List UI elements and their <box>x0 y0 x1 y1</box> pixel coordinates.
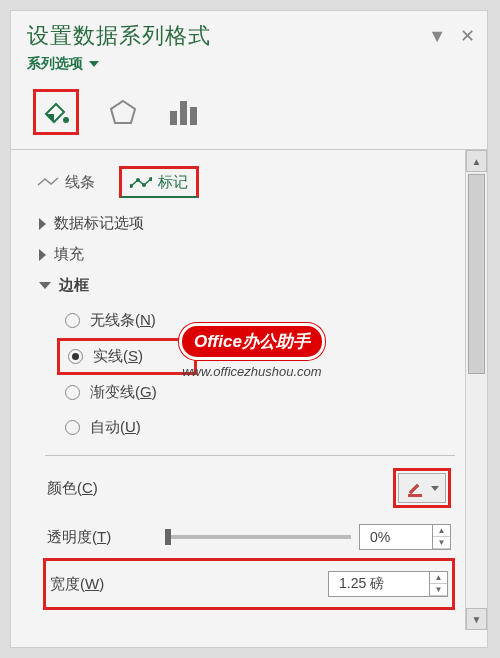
border-option-none-label: 无线条(N) <box>90 311 156 330</box>
vertical-scrollbar[interactable]: ▲ ▼ <box>465 150 487 630</box>
width-value[interactable]: 1.25 磅 <box>329 572 429 596</box>
color-label: 颜色(C) <box>47 479 157 498</box>
watermark-badge: Office办公助手 <box>179 323 325 360</box>
svg-rect-2 <box>170 111 177 125</box>
scroll-up-icon[interactable]: ▲ <box>466 150 487 172</box>
subtab-line-label: 线条 <box>65 173 95 192</box>
width-spinner[interactable]: 1.25 磅 ▲▼ <box>328 571 448 597</box>
scroll-thumb[interactable] <box>468 174 485 374</box>
paint-bucket-icon <box>40 96 72 128</box>
transparency-label: 透明度(T) <box>47 528 157 547</box>
section-fill-label: 填充 <box>54 245 84 264</box>
watermark: Office办公助手 www.officezhushou.com <box>179 323 325 379</box>
radio-icon <box>65 313 80 328</box>
spin-down-icon[interactable]: ▼ <box>433 537 450 549</box>
caret-down-icon <box>89 61 99 67</box>
series-options-tab[interactable] <box>167 97 199 127</box>
svg-marker-1 <box>111 101 135 123</box>
section-marker-options[interactable]: 数据标记选项 <box>27 208 479 239</box>
svg-point-7 <box>142 183 146 187</box>
watermark-url: www.officezhushou.com <box>182 364 321 379</box>
expand-icon <box>39 249 46 261</box>
transparency-row: 透明度(T) 0% ▲▼ <box>47 516 451 558</box>
border-option-solid[interactable]: 实线(S) <box>57 338 197 375</box>
spin-up-icon[interactable]: ▲ <box>433 525 450 537</box>
scroll-down-icon[interactable]: ▼ <box>466 608 487 630</box>
dropdown-arrow-icon <box>431 486 439 491</box>
svg-point-6 <box>136 178 140 182</box>
section-marker-options-label: 数据标记选项 <box>54 214 144 233</box>
spin-down-icon[interactable]: ▼ <box>430 584 447 596</box>
pane-menu-caret-icon[interactable]: ▼ <box>428 26 446 47</box>
spin-up-icon[interactable]: ▲ <box>430 572 447 584</box>
series-options-dropdown[interactable]: 系列选项 <box>11 55 487 83</box>
border-option-solid-label: 实线(S) <box>93 347 143 366</box>
border-option-gradient-label: 渐变线(G) <box>90 383 157 402</box>
line-marker-subtabs: 线条 标记 <box>27 162 479 208</box>
color-row: 颜色(C) <box>47 460 451 516</box>
width-row: 宽度(W) 1.25 磅 ▲▼ <box>50 563 448 605</box>
expand-icon <box>39 218 46 230</box>
section-fill[interactable]: 填充 <box>27 239 479 270</box>
fill-line-tab[interactable] <box>33 89 79 135</box>
section-border-label: 边框 <box>59 276 89 295</box>
transparency-spinner[interactable]: 0% ▲▼ <box>359 524 451 550</box>
pane-close-icon[interactable]: ✕ <box>460 25 475 47</box>
pane-header: 设置数据系列格式 ▼ ✕ <box>11 11 487 55</box>
width-label: 宽度(W) <box>50 575 160 594</box>
category-tabs <box>11 83 487 150</box>
svg-rect-3 <box>180 101 187 125</box>
radio-icon <box>65 420 80 435</box>
effects-tab[interactable] <box>107 96 139 128</box>
svg-rect-4 <box>190 107 197 125</box>
marker-line-icon <box>130 176 152 190</box>
transparency-slider[interactable] <box>165 535 351 539</box>
content-area: 线条 标记 数据标记选项 填充 边框 <box>11 150 487 630</box>
subtab-marker[interactable]: 标记 <box>119 166 199 198</box>
subtab-marker-label: 标记 <box>158 173 188 192</box>
border-option-auto-label: 自动(U) <box>90 418 141 437</box>
transparency-value[interactable]: 0% <box>360 525 432 549</box>
border-option-auto[interactable]: 自动(U) <box>65 410 479 445</box>
section-border[interactable]: 边框 <box>27 270 479 301</box>
radio-selected-icon <box>68 349 83 364</box>
subtab-line[interactable]: 线条 <box>31 171 101 194</box>
radio-icon <box>65 385 80 400</box>
format-data-series-pane: 设置数据系列格式 ▼ ✕ 系列选项 <box>10 10 488 648</box>
svg-rect-9 <box>408 494 422 497</box>
divider <box>45 455 455 456</box>
line-icon <box>37 175 59 189</box>
pentagon-icon <box>107 96 139 128</box>
border-option-gradient[interactable]: 渐变线(G) <box>65 375 479 410</box>
collapse-icon <box>39 282 51 289</box>
pane-title: 设置数据系列格式 <box>27 21 211 51</box>
color-picker-button[interactable] <box>398 473 446 503</box>
bar-chart-icon <box>167 97 199 127</box>
svg-point-0 <box>63 117 69 123</box>
series-options-label: 系列选项 <box>27 55 83 73</box>
color-pen-icon <box>405 478 425 498</box>
